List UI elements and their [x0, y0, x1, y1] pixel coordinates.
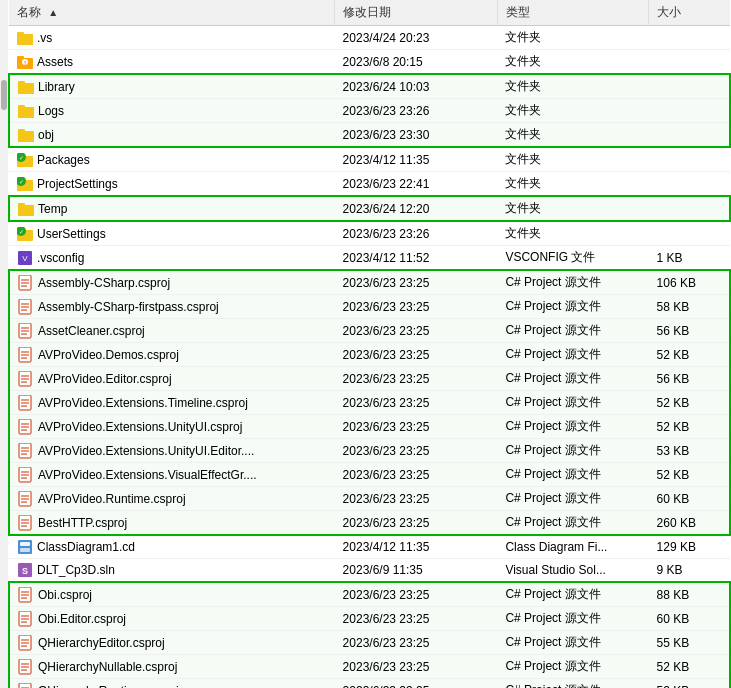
csproj-icon: [18, 587, 34, 603]
table-row[interactable]: Assembly-CSharp-firstpass.csproj 2023/6/…: [9, 295, 730, 319]
file-size-label: 1 KB: [657, 251, 683, 265]
file-type-label: C# Project 源文件: [505, 491, 600, 505]
file-date-label: 2023/6/23 23:25: [343, 300, 430, 314]
file-date-label: 2023/6/23 23:25: [343, 276, 430, 290]
folder-icon: [17, 30, 33, 46]
col-size-header[interactable]: 大小: [649, 0, 730, 26]
csproj-icon: [18, 371, 34, 387]
file-name-cell: Assembly-CSharp.csproj: [9, 270, 335, 295]
file-name-cell: AssetCleaner.csproj: [9, 319, 335, 343]
table-row[interactable]: Temp 2023/6/24 12:20 文件夹: [9, 196, 730, 221]
table-row[interactable]: QHierarchyNullable.csproj 2023/6/23 23:2…: [9, 655, 730, 679]
file-name-label: AVProVideo.Demos.csproj: [38, 348, 179, 362]
file-type-cell: 文件夹: [497, 172, 648, 197]
svg-text:S: S: [22, 566, 28, 576]
file-size-label: 106 KB: [657, 276, 696, 290]
file-date-label: 2023/4/24 20:23: [343, 31, 430, 45]
file-size-label: 52 KB: [657, 684, 690, 689]
table-row[interactable]: S DLT_Cp3D.sln 2023/6/9 11:35 Visual Stu…: [9, 559, 730, 583]
table-row[interactable]: V .vsconfig 2023/4/12 11:52 VSCONFIG 文件 …: [9, 246, 730, 271]
file-name-label: obj: [38, 128, 54, 142]
file-size-cell: [649, 172, 730, 197]
table-row[interactable]: AVProVideo.Demos.csproj 2023/6/23 23:25 …: [9, 343, 730, 367]
file-name-label: AVProVideo.Extensions.Timeline.csproj: [38, 396, 248, 410]
table-row[interactable]: Library 2023/6/24 10:03 文件夹: [9, 74, 730, 99]
file-type-label: C# Project 源文件: [505, 347, 600, 361]
csproj-icon: [18, 635, 34, 651]
file-name-label: QHierarchyRuntime.csproj: [38, 684, 179, 689]
table-row[interactable]: .vs 2023/4/24 20:23 文件夹: [9, 26, 730, 50]
file-name-cell: AVProVideo.Extensions.UnityUI.csproj: [9, 415, 335, 439]
table-row[interactable]: Obi.csproj 2023/6/23 23:25 C# Project 源文…: [9, 582, 730, 607]
file-type-label: 文件夹: [505, 226, 541, 240]
file-type-label: 文件夹: [505, 152, 541, 166]
file-type-label: C# Project 源文件: [505, 683, 600, 688]
table-row[interactable]: AssetCleaner.csproj 2023/6/23 23:25 C# P…: [9, 319, 730, 343]
file-type-label: VSCONFIG 文件: [505, 250, 595, 264]
file-name-label: ProjectSettings: [37, 177, 118, 191]
table-row[interactable]: AVProVideo.Runtime.csproj 2023/6/23 23:2…: [9, 487, 730, 511]
file-date-cell: 2023/4/12 11:35: [335, 535, 498, 559]
file-date-cell: 2023/6/23 23:25: [335, 295, 498, 319]
file-type-cell: 文件夹: [497, 99, 648, 123]
table-row[interactable]: AVProVideo.Extensions.Timeline.csproj 20…: [9, 391, 730, 415]
table-row[interactable]: AVProVideo.Extensions.UnityUI.csproj 202…: [9, 415, 730, 439]
file-size-label: 52 KB: [657, 348, 690, 362]
csproj-icon: [18, 299, 34, 315]
file-date-label: 2023/6/23 23:25: [343, 444, 430, 458]
file-name-label: Obi.Editor.csproj: [38, 612, 126, 626]
file-date-cell: 2023/6/23 23:25: [335, 679, 498, 689]
file-name-cell: QHierarchyRuntime.csproj: [9, 679, 335, 689]
file-type-label: Class Diagram Fi...: [505, 540, 607, 554]
file-name-label: .vs: [37, 31, 52, 45]
file-type-cell: C# Project 源文件: [497, 679, 648, 689]
file-date-cell: 2023/6/23 23:25: [335, 607, 498, 631]
table-row[interactable]: ✓ UserSettings 2023/6/23 23:26 文件夹: [9, 221, 730, 246]
file-date-cell: 2023/6/9 11:35: [335, 559, 498, 583]
table-row[interactable]: Logs 2023/6/23 23:26 文件夹: [9, 99, 730, 123]
file-date-cell: 2023/6/23 23:25: [335, 582, 498, 607]
file-name-label: Temp: [38, 202, 67, 216]
table-row[interactable]: ✓ ProjectSettings 2023/6/23 22:41 文件夹: [9, 172, 730, 197]
table-row[interactable]: AVProVideo.Editor.csproj 2023/6/23 23:25…: [9, 367, 730, 391]
file-date-cell: 2023/6/23 23:26: [335, 221, 498, 246]
file-size-cell: [649, 50, 730, 75]
csproj-icon: [18, 611, 34, 627]
table-row[interactable]: AVProVideo.Extensions.UnityUI.Editor....…: [9, 439, 730, 463]
file-name-label: AVProVideo.Runtime.csproj: [38, 492, 186, 506]
csproj-icon: [18, 419, 34, 435]
col-name-header[interactable]: 名称 ▲: [9, 0, 335, 26]
file-size-cell: 52 KB: [649, 463, 730, 487]
table-row[interactable]: BestHTTP.csproj 2023/6/23 23:25 C# Proje…: [9, 511, 730, 536]
file-name-label: Assets: [37, 55, 73, 69]
file-date-cell: 2023/4/12 11:52: [335, 246, 498, 271]
csproj-icon: [18, 515, 34, 531]
svg-text:✓: ✓: [19, 229, 24, 235]
file-type-label: C# Project 源文件: [505, 275, 600, 289]
file-name-label: Packages: [37, 153, 90, 167]
table-row[interactable]: ! Assets 2023/6/8 20:15 文件夹: [9, 50, 730, 75]
table-row[interactable]: obj 2023/6/23 23:30 文件夹: [9, 123, 730, 148]
table-row[interactable]: Assembly-CSharp.csproj 2023/6/23 23:25 C…: [9, 270, 730, 295]
table-row[interactable]: ✓ Packages 2023/4/12 11:35 文件夹: [9, 147, 730, 172]
file-date-cell: 2023/4/24 20:23: [335, 26, 498, 50]
file-date-cell: 2023/6/8 20:15: [335, 50, 498, 75]
col-date-header[interactable]: 修改日期: [335, 0, 498, 26]
table-row[interactable]: AVProVideo.Extensions.VisualEffectGr....…: [9, 463, 730, 487]
file-type-label: C# Project 源文件: [505, 467, 600, 481]
file-size-label: 60 KB: [657, 612, 690, 626]
file-size-cell: 88 KB: [649, 582, 730, 607]
svg-rect-15: [18, 131, 34, 142]
file-type-cell: C# Project 源文件: [497, 607, 648, 631]
table-row[interactable]: Obi.Editor.csproj 2023/6/23 23:25 C# Pro…: [9, 607, 730, 631]
table-row[interactable]: QHierarchyRuntime.csproj 2023/6/23 23:25…: [9, 679, 730, 689]
file-date-cell: 2023/6/23 23:30: [335, 123, 498, 148]
file-size-cell: 58 KB: [649, 295, 730, 319]
file-size-cell: 60 KB: [649, 607, 730, 631]
table-row[interactable]: ClassDiagram1.cd 2023/4/12 11:35 Class D…: [9, 535, 730, 559]
file-type-cell: 文件夹: [497, 74, 648, 99]
folder-icon: [18, 201, 34, 217]
file-type-label: C# Project 源文件: [505, 443, 600, 457]
table-row[interactable]: QHierarchyEditor.csproj 2023/6/23 23:25 …: [9, 631, 730, 655]
col-type-header[interactable]: 类型: [497, 0, 648, 26]
